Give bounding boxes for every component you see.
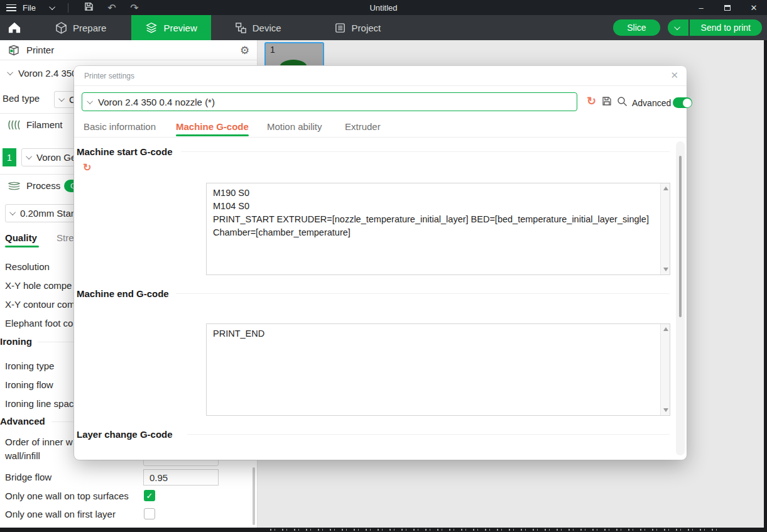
machine-end-gcode-header: Machine end G-code [77,288,169,299]
filament-index-badge[interactable]: 1 [3,148,16,166]
dialog-scrollbar[interactable] [676,141,685,455]
reset-start-gcode-icon[interactable]: ↻ [83,161,91,173]
prepare-cube-icon [55,22,67,34]
bed-type-label: Bed type [3,93,40,104]
printer-settings-gear-icon[interactable]: ⚙ [240,44,249,57]
minimize-button[interactable]: – [688,0,714,15]
advanced-toggle[interactable] [673,97,692,108]
dialog-tab-machine-gcode[interactable]: Machine G-code [176,121,249,132]
bridge-flow-input[interactable]: 0.95 [143,469,219,486]
hamburger-menu-icon[interactable] [6,4,16,11]
save-icon[interactable] [81,2,97,13]
param-resolution: Resolution [5,261,50,272]
send-dropdown-button[interactable] [668,19,688,36]
save-preset-icon[interactable] [602,96,612,109]
only-first-checkbox[interactable] [144,508,155,519]
preview-layers-icon [145,21,158,34]
home-icon [8,21,21,34]
advanced-toggle-label: Advanced [632,98,671,108]
printer-preset-dropdown[interactable]: Voron 2.4 350 0 [9,68,85,79]
redo-icon[interactable]: ↷ [126,2,143,14]
param-ironing-line-spacing: Ironing line spac [5,398,73,409]
tab-project[interactable]: Project [320,15,395,40]
slice-button[interactable]: Slice [613,19,660,36]
bottom-bar-clipped-text [270,529,720,531]
printer-preset-combobox[interactable]: Voron 2.4 350 0.4 nozzle (*) [82,92,577,111]
layer-change-gcode-header: Layer change G-code [77,429,173,440]
dialog-scrollbar-thumb[interactable] [679,156,682,317]
undo-icon[interactable]: ↶ [104,2,120,14]
send-to-print-button[interactable]: Send to print [690,19,762,36]
file-menu[interactable]: File [23,3,36,13]
dialog-close-icon[interactable]: ✕ [670,70,678,81]
param-xy-hole: X-Y hole compe [5,280,72,291]
home-button[interactable] [0,15,29,40]
bottom-slider-bar[interactable] [0,528,767,532]
only-top-checkbox[interactable]: ✓ [144,490,155,501]
titlebar-separator [68,3,68,13]
start-gcode-scrollbar[interactable] [660,183,670,274]
title-bar: File ↶ ↷ Untitled – ✕ [0,0,767,15]
tab-strength[interactable]: Stre [57,232,74,243]
dialog-tab-basic-information[interactable]: Basic information [84,121,156,132]
param-order-line2: wall/infill [5,450,40,461]
param-ironing-flow: Ironing flow [5,379,53,390]
only-first-label: Only one wall on first layer [5,509,116,519]
param-elephant-foot: Elephant foot co [5,318,73,328]
process-section-header: Process [26,180,60,191]
window-right-edge [764,40,767,532]
tab-preview[interactable]: Preview [131,15,210,40]
printer-section-header: Printer [26,45,54,55]
only-top-label: Only one wall on top surfaces [5,491,129,501]
dialog-title: Printer settings [84,72,134,80]
close-button[interactable]: ✕ [741,0,767,15]
file-menu-chevron-icon[interactable] [49,4,55,10]
filament-section-header: Filament [26,119,63,130]
search-icon[interactable] [617,96,628,109]
dialog-tab-extruder[interactable]: Extruder [345,121,381,132]
printer-settings-dialog: Printer settings ✕ Voron 2.4 350 0.4 noz… [74,66,687,460]
device-icon [235,22,247,34]
filament-icon [8,119,21,133]
machine-end-gcode-input[interactable]: PRINT_END [206,323,670,416]
machine-start-gcode-input[interactable]: M190 S0 M104 S0 PRINT_START EXTRUDER=[no… [206,183,670,275]
end-gcode-scrollbar[interactable] [660,324,670,415]
send-to-print-group: Send to print [668,19,762,36]
reset-preset-icon[interactable]: ↻ [587,95,596,107]
active-tab-underline [176,134,249,136]
param-xy-contour: X-Y contour com [5,299,75,310]
process-icon [8,180,21,194]
machine-start-gcode-header: Machine start G-code [77,146,173,157]
sidebar-scrollbar-thumb[interactable] [253,467,255,525]
quality-tab-underline [5,246,39,247]
bridge-flow-label: Bridge flow [5,472,52,482]
project-list-icon [334,22,346,34]
maximize-button[interactable] [714,0,741,15]
tab-quality[interactable]: Quality [5,232,37,243]
dialog-tab-motion-ability[interactable]: Motion ability [267,121,322,132]
param-order-line1: Order of inner w [5,437,73,447]
plate-number: 1 [270,45,275,55]
printer-icon [8,45,20,59]
param-ironing-type: Ironing type [5,361,54,371]
advanced-section-header: Advanced [0,416,45,426]
tab-device[interactable]: Device [221,15,295,40]
ironing-section-header: Ironing [0,336,32,347]
tab-prepare[interactable]: Prepare [41,15,120,40]
